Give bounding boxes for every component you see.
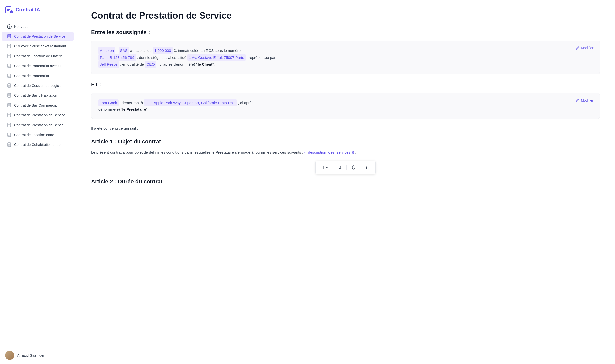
text-format-button[interactable]: T [320, 164, 331, 171]
sidebar-item-cdi[interactable]: CDI avec clause ticket restaurant [2, 41, 74, 51]
person-name: Tom Cook [98, 99, 119, 106]
sidebar-item-contrat-prestation-service[interactable]: Contrat de Prestation de Service [2, 32, 74, 41]
modify-button-1[interactable]: Modifier [573, 45, 596, 51]
document-icon [7, 74, 12, 78]
sidebar-item-label: Contrat de Partenariat [14, 74, 49, 78]
sidebar-item-label: Contrat de Partenariat avec un... [14, 64, 65, 68]
sidebar-item-location-entre[interactable]: Contrat de Location entre... [2, 130, 74, 140]
article1-body: Le présent contrat a pour objet de défin… [91, 149, 600, 156]
quality-value: CEO [145, 61, 156, 68]
sidebar: Contrat IA + Nouveau Contrat de Prestati… [0, 0, 76, 364]
sidebar-item-prestation-servic[interactable]: Contrat de Prestation de Servic... [2, 120, 74, 130]
text-btn-label: T [322, 165, 325, 170]
contrat-ia-icon [5, 6, 13, 14]
main-content: Contrat de Prestation de Service Entre l… [76, 0, 615, 364]
document-icon [7, 54, 12, 58]
sidebar-new-item[interactable]: + Nouveau [2, 22, 74, 31]
svg-point-18 [366, 168, 367, 169]
currency-text: €, immatriculée au RCS sous le numéro [174, 48, 241, 53]
bold-button[interactable]: B [335, 163, 344, 172]
sidebar-item-label: Contrat de Bail Commercial [14, 103, 57, 107]
more-icon [364, 165, 369, 170]
siege-value: 1 Av. Gustave Eiffel, 75007 Paris [187, 54, 246, 61]
agreed-text: Il a été convenu ce qui suit : [91, 125, 600, 132]
document-icon [7, 133, 12, 137]
sidebar-item-label: Contrat de Prestation de Service [14, 113, 65, 117]
sidebar-item-label: Contrat de Prestation de Servic... [14, 123, 66, 127]
article1-template-var: {{ description_des_services }} [304, 150, 354, 154]
avatar [5, 351, 14, 360]
more-button[interactable] [362, 163, 371, 172]
sidebar-item-bail-commercial[interactable]: Contrat de Bail Commercial [2, 101, 74, 110]
sidebar-logo: Contrat IA [0, 0, 76, 18]
edit-icon [575, 46, 579, 50]
prestataire-denomination-2: dénommé(e) " [98, 107, 122, 111]
modify-button-2[interactable]: Modifier [573, 97, 596, 103]
denomination-end: ", [212, 62, 215, 66]
user-name: Arnaud Gissinger [17, 353, 45, 357]
sidebar-item-bail-habitation[interactable]: Contrat de Bail d'Habitation [2, 91, 74, 100]
capital-label: au capital de [130, 48, 153, 53]
prestataire-block-text: Tom Cook , demeurant à One Apple Park Wa… [98, 99, 592, 113]
plus-icon: + [7, 24, 12, 29]
quality-label: , en qualité de [120, 62, 145, 66]
article1-body-start: Le présent contrat a pour objet de défin… [91, 150, 303, 154]
sidebar-item-cession-logiciel[interactable]: Contrat de Cession de Logiciel [2, 81, 74, 90]
sidebar-item-label: Contrat de Location de Matériel [14, 54, 63, 58]
rep-name: Jeff Pesos [98, 61, 119, 68]
capital-value: 1 000 000 [153, 47, 173, 54]
sidebar-navigation: + Nouveau Contrat de Prestation de Servi… [0, 18, 76, 347]
client-block: Modifier Amazon , SAS au capital de 1 00… [91, 41, 600, 74]
prestataire-block: Modifier Tom Cook , demeurant à One Appl… [91, 93, 600, 119]
svg-rect-14 [353, 166, 354, 168]
sidebar-item-location-materiel[interactable]: Contrat de Location de Matériel [2, 51, 74, 61]
section1-heading: Entre les soussignés : [91, 29, 600, 36]
document-icon [7, 83, 12, 88]
document-icon [7, 93, 12, 98]
toolbar-divider-2 [346, 165, 347, 170]
app-logo-text: Contrat IA [16, 7, 40, 13]
document-icon [7, 44, 12, 48]
sidebar-item-label: Contrat de Bail d'Habitation [14, 93, 57, 98]
page-title: Contrat de Prestation de Service [91, 10, 600, 21]
sidebar-item-cohabitation-entre[interactable]: Contrat de Cohabitation entre... [2, 140, 74, 150]
document-icon [7, 113, 12, 117]
sidebar-item-partenariat-un[interactable]: Contrat de Partenariat avec un... [2, 61, 74, 71]
chevron-down-icon [325, 166, 328, 169]
avatar-image [5, 351, 14, 360]
denomination-value: le Client [198, 62, 212, 66]
company-name: Amazon [98, 47, 115, 54]
sidebar-item-label: Contrat de Cession de Logiciel [14, 84, 62, 88]
comma-1: , [116, 48, 118, 53]
sidebar-item-label: Contrat de Location entre... [14, 133, 57, 137]
toolbar-divider-3 [360, 165, 360, 170]
denomination-label: , ci après dénommé(e) " [157, 62, 198, 66]
toolbar-divider-1 [333, 165, 333, 170]
mic-icon [351, 165, 356, 170]
sidebar-active-label: Contrat de Prestation de Service [14, 34, 65, 38]
client-block-text: Amazon , SAS au capital de 1 000 000 €, … [98, 47, 592, 68]
document-icon [7, 64, 12, 68]
sidebar-item-label: CDI avec clause ticket restaurant [14, 44, 66, 48]
sidebar-item-prestation-service-2[interactable]: Contrat de Prestation de Service [2, 110, 74, 120]
article1-body-end: . [355, 150, 356, 154]
address-value: One Apple Park Way, Cupertino, Californi… [144, 99, 237, 106]
edit-icon-2 [575, 98, 579, 102]
prestataire-denomination-value: le Prestataire [122, 107, 146, 111]
article2-heading: Article 2 : Durée du contrat [91, 178, 600, 185]
document-icon-active [7, 34, 12, 39]
company-type: SAS [119, 47, 129, 54]
sidebar-item-partenariat[interactable]: Contrat de Partenariat [2, 71, 74, 81]
svg-point-16 [366, 166, 367, 166]
sidebar-footer: Arnaud Gissinger [0, 347, 76, 364]
address-label: , demeurant à [120, 101, 144, 105]
document-icon [7, 123, 12, 127]
prestataire-denomination-label: , ci après [238, 101, 254, 105]
mic-button[interactable] [349, 163, 358, 172]
siege-label: , dont le siège social est situé [137, 55, 187, 60]
modify-label: Modifier [581, 46, 594, 50]
floating-toolbar: T B [315, 161, 376, 174]
rep-label: , représentée par [247, 55, 275, 60]
sidebar-new-label: Nouveau [14, 25, 28, 29]
et-heading: ET : [91, 81, 600, 88]
